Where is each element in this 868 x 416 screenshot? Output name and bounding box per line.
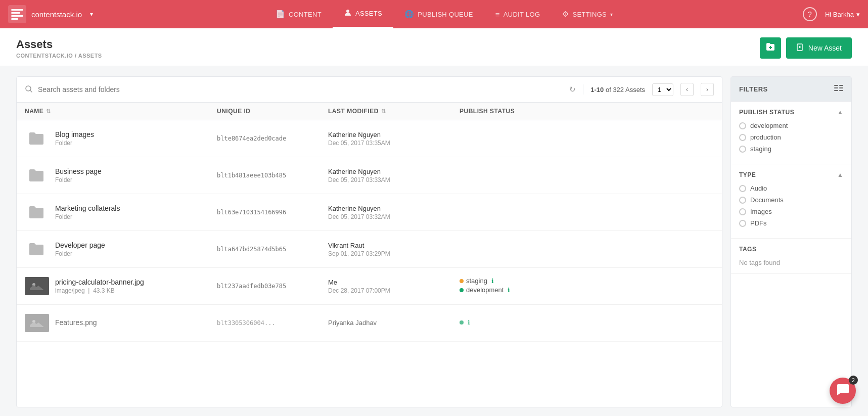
staging-checkbox[interactable] [739, 146, 746, 153]
staging-dot [460, 279, 464, 283]
table-row[interactable]: Business page Folder blt1b481aeee103b485… [17, 157, 722, 194]
asset-type: Folder [55, 250, 105, 257]
filter-section-header: TAGS [739, 246, 843, 253]
breadcrumb: CONTENTSTACK.IO / ASSETS [16, 53, 102, 59]
development-checkbox[interactable] [739, 122, 746, 129]
asset-type: Folder [55, 140, 94, 147]
unique-id: blt63e7103154166996 [217, 209, 328, 216]
asset-name: Features.png [55, 318, 97, 327]
asset-name-cell: pricing-calculator-banner.jpg image/jpeg… [25, 274, 217, 298]
table-row[interactable]: Blog images Folder blte8674ea2ded0cade K… [17, 120, 722, 157]
filter-option-pdfs[interactable]: PDFs [739, 219, 843, 227]
prev-page-button[interactable]: ‹ [680, 83, 694, 96]
asset-type: Folder [55, 176, 102, 183]
user-menu[interactable]: Hi Barkha ▾ [825, 11, 860, 18]
filter-option-documents[interactable]: Documents [739, 196, 843, 204]
nav-item-publish-queue[interactable]: 🌐 PUBLISH QUEUE [393, 0, 484, 28]
image-thumb-wrap [25, 274, 49, 298]
filter-option-staging[interactable]: staging [739, 145, 843, 153]
page-selector[interactable]: 1 2 3 [652, 83, 673, 96]
last-modified: Priyanka Jadhav [328, 319, 460, 328]
table-row[interactable]: Marketing collaterals Folder blt63e71031… [17, 194, 722, 231]
main-content: ↻ 1-10 of 322 Assets 1 2 3 ‹ › NAME [0, 66, 868, 416]
staging-filter-label: staging [750, 145, 771, 153]
chat-bubble[interactable]: 2 [830, 378, 856, 404]
unique-id: blt237aadfedb03e785 [217, 283, 328, 290]
asset-name-cell: Features.png [25, 311, 217, 335]
next-page-button[interactable]: › [701, 83, 714, 96]
filter-option-images[interactable]: Images [739, 208, 843, 215]
folder-plus-icon [765, 42, 775, 55]
contentstack-logo-icon [8, 5, 26, 23]
chat-icon [836, 383, 849, 399]
refresh-button[interactable]: ↻ [569, 85, 576, 94]
tags-filter-title: TAGS [739, 246, 756, 253]
audio-checkbox[interactable] [739, 185, 746, 192]
no-tags-label: No tags found [739, 259, 843, 266]
search-icon [25, 85, 33, 95]
table-row[interactable]: Features.png blt3305306004... Priyanka J… [17, 305, 722, 342]
svg-rect-2 [11, 12, 20, 14]
filter-option-production[interactable]: production [739, 133, 843, 141]
svg-rect-21 [839, 87, 843, 88]
th-last-modified[interactable]: LAST MODIFIED ⇅ [328, 108, 460, 115]
nav-item-audit-log[interactable]: ≡ AUDIT LOG [484, 0, 552, 28]
nav-item-assets-label: ASSETS [355, 10, 382, 17]
new-folder-button[interactable] [760, 37, 781, 59]
last-modified: Vikrant Raut Sep 01, 2017 03:29PM [328, 242, 460, 257]
documents-checkbox[interactable] [739, 197, 746, 204]
type-filter-title: TYPE [739, 171, 756, 178]
new-asset-button[interactable]: New Asset [786, 37, 852, 59]
folder-icon-wrap [25, 163, 49, 188]
svg-rect-3 [11, 15, 23, 17]
nav-item-content[interactable]: 📄 CONTENT [264, 0, 333, 28]
table-header: NAME ⇅ UNIQUE ID LAST MODIFIED ⇅ PUBLISH… [17, 103, 722, 120]
nav-items: 📄 CONTENT ASSETS 🌐 PUBLISH QUEUE ≡ AUDIT… [109, 0, 779, 28]
status-info-icon[interactable]: ℹ [468, 319, 470, 326]
publish-status-collapse-icon[interactable]: ▲ [837, 109, 843, 116]
pdfs-checkbox[interactable] [739, 220, 746, 227]
filter-option-development[interactable]: development [739, 122, 843, 129]
type-collapse-icon[interactable]: ▲ [837, 171, 843, 178]
unique-id: blt1b481aeee103b485 [217, 172, 328, 179]
modifier-name: Priyanka Jadhav [328, 319, 460, 327]
assets-icon [344, 9, 352, 18]
table-row[interactable]: Developer page Folder blta647bd25874d5b6… [17, 231, 722, 268]
documents-filter-label: Documents [750, 196, 784, 204]
publish-queue-icon: 🌐 [404, 10, 414, 19]
svg-rect-0 [8, 5, 26, 23]
nav-item-assets[interactable]: ASSETS [333, 0, 393, 28]
help-button[interactable]: ? [803, 7, 817, 21]
filter-option-audio[interactable]: Audio [739, 184, 843, 192]
audit-log-icon: ≡ [495, 10, 500, 19]
nav-logo-text: contentstack.io [31, 10, 82, 19]
production-checkbox[interactable] [739, 134, 746, 141]
tags-filter: TAGS No tags found [731, 239, 851, 274]
asset-type: Folder [55, 213, 120, 220]
publish-status-cell: ℹ [460, 319, 714, 328]
settings-dropdown-icon: ▾ [610, 12, 613, 17]
modifier-name: Katherine Nguyen [328, 205, 460, 212]
table-row[interactable]: pricing-calculator-banner.jpg image/jpeg… [17, 268, 722, 305]
nav-logo[interactable]: contentstack.io ▾ [8, 5, 109, 23]
nav-right: ? Hi Barkha ▾ [779, 7, 860, 21]
image-thumbnail [25, 277, 49, 295]
breadcrumb-site: CONTENTSTACK.IO [16, 53, 73, 59]
nav-item-settings[interactable]: ⚙ SETTINGS ▾ [551, 0, 624, 28]
development-info-icon[interactable]: ℹ [508, 287, 510, 294]
images-filter-label: Images [750, 208, 772, 215]
th-last-modified-label: LAST MODIFIED [328, 108, 379, 115]
images-checkbox[interactable] [739, 208, 746, 215]
nav-logo-dropdown-icon: ▾ [90, 11, 93, 18]
last-modified: Katherine Nguyen Dec 05, 2017 03:33AM [328, 168, 460, 183]
filters-toggle-button[interactable] [834, 84, 843, 94]
th-name[interactable]: NAME ⇅ [25, 108, 217, 115]
modifier-name: Katherine Nguyen [328, 131, 460, 138]
nav-item-content-label: CONTENT [289, 11, 322, 18]
development-filter-label: development [750, 122, 788, 129]
staging-info-icon[interactable]: ℹ [491, 278, 494, 285]
search-input[interactable] [38, 85, 564, 94]
modified-date: Dec 05, 2017 03:35AM [328, 140, 460, 147]
asset-name: pricing-calculator-banner.jpg [55, 278, 144, 286]
asset-type: image/jpeg | 43.3 KB [55, 287, 144, 294]
